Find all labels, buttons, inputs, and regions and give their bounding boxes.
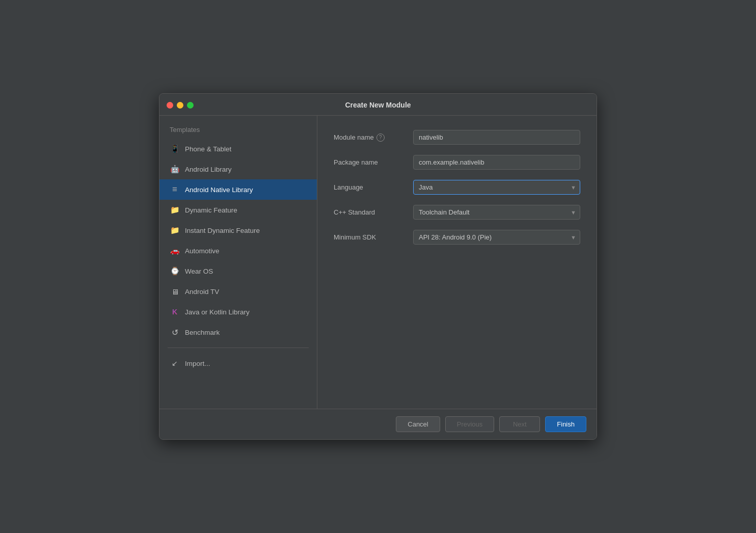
main-content: Module name ? Package name Language Java… [317,116,597,409]
sidebar-item-label-android-native-library: Android Native Library [185,186,253,194]
cpp-standard-select-wrapper: Toolchain Default C++11 C++14 C++17 ▼ [413,205,580,220]
maximize-button[interactable] [187,102,194,109]
sidebar-item-label-phone-tablet: Phone & Tablet [185,145,231,153]
benchmark-icon: ↺ [170,327,180,337]
package-name-label: Package name [334,158,405,166]
wear-os-icon: ⌚ [170,266,180,276]
sidebar-item-android-tv[interactable]: 🖥 Android TV [159,281,317,302]
sidebar-item-label-java-kotlin-library: Java or Kotlin Library [185,308,250,316]
sidebar-item-label-import: Import... [185,360,210,367]
sidebar-item-instant-dynamic-feature[interactable]: 📁 Instant Dynamic Feature [159,220,317,241]
create-new-module-dialog: Create New Module Templates 📱 Phone & Ta… [159,93,597,440]
finish-button[interactable]: Finish [545,416,586,432]
minimize-button[interactable] [177,102,183,109]
language-label: Language [334,183,405,191]
sidebar-item-benchmark[interactable]: ↺ Benchmark [159,322,317,342]
package-name-row: Package name [334,155,580,170]
previous-button[interactable]: Previous [445,416,495,432]
sidebar-item-label-dynamic-feature: Dynamic Feature [185,206,237,214]
sidebar: Templates 📱 Phone & Tablet 🤖 Android Lib… [159,116,317,409]
module-name-label: Module name ? [334,134,405,142]
minimum-sdk-select-wrapper: API 28: Android 9.0 (Pie) API 21: Androi… [413,230,580,245]
kotlin-icon: K [170,307,180,317]
minimum-sdk-label: Minimum SDK [334,233,405,241]
sidebar-item-phone-tablet[interactable]: 📱 Phone & Tablet [159,139,317,159]
sidebar-item-java-kotlin-library[interactable]: K Java or Kotlin Library [159,302,317,322]
android-tv-icon: 🖥 [170,286,180,297]
title-bar: Create New Module [159,94,597,116]
next-button[interactable]: Next [499,416,540,432]
instant-dynamic-feature-icon: 📁 [170,225,180,235]
package-name-input[interactable] [413,155,580,170]
close-button[interactable] [167,102,173,109]
minimum-sdk-select[interactable]: API 28: Android 9.0 (Pie) API 21: Androi… [413,230,580,245]
cpp-standard-label: C++ Standard [334,208,405,216]
window-controls [167,102,194,109]
android-native-library-icon: ≡ [170,184,180,195]
sidebar-section-label: Templates [159,124,317,139]
cpp-standard-select[interactable]: Toolchain Default C++11 C++14 C++17 [413,205,580,220]
language-row: Language Java Kotlin ▼ [334,180,580,195]
language-select-wrapper: Java Kotlin ▼ [413,180,580,195]
dynamic-feature-icon: 📁 [170,205,180,215]
sidebar-item-label-instant-dynamic-feature: Instant Dynamic Feature [185,227,260,234]
module-name-help-icon[interactable]: ? [376,134,385,142]
sidebar-item-android-native-library[interactable]: ≡ Android Native Library [159,179,317,200]
sidebar-divider [168,348,309,348]
sidebar-item-label-android-tv: Android TV [185,288,219,296]
dialog-footer: Cancel Previous Next Finish [159,409,597,439]
import-icon: ↙ [170,358,180,368]
module-name-row: Module name ? [334,130,580,145]
sidebar-item-import[interactable]: ↙ Import... [159,353,317,374]
automotive-icon: 🚗 [170,246,180,256]
dialog-title: Create New Module [345,101,411,109]
sidebar-item-automotive[interactable]: 🚗 Automotive [159,241,317,261]
sidebar-item-label-wear-os: Wear OS [185,268,213,275]
cancel-button[interactable]: Cancel [396,416,440,432]
sidebar-item-android-library[interactable]: 🤖 Android Library [159,159,317,179]
sidebar-item-label-automotive: Automotive [185,247,220,255]
phone-tablet-icon: 📱 [170,144,180,154]
sidebar-item-dynamic-feature[interactable]: 📁 Dynamic Feature [159,200,317,220]
android-library-icon: 🤖 [170,164,180,174]
language-select[interactable]: Java Kotlin [413,180,580,195]
dialog-body: Templates 📱 Phone & Tablet 🤖 Android Lib… [159,116,597,409]
sidebar-item-label-benchmark: Benchmark [185,329,220,336]
sidebar-item-wear-os[interactable]: ⌚ Wear OS [159,261,317,281]
module-name-input[interactable] [413,130,580,145]
minimum-sdk-row: Minimum SDK API 28: Android 9.0 (Pie) AP… [334,230,580,245]
cpp-standard-row: C++ Standard Toolchain Default C++11 C++… [334,205,580,220]
sidebar-item-label-android-library: Android Library [185,166,232,173]
